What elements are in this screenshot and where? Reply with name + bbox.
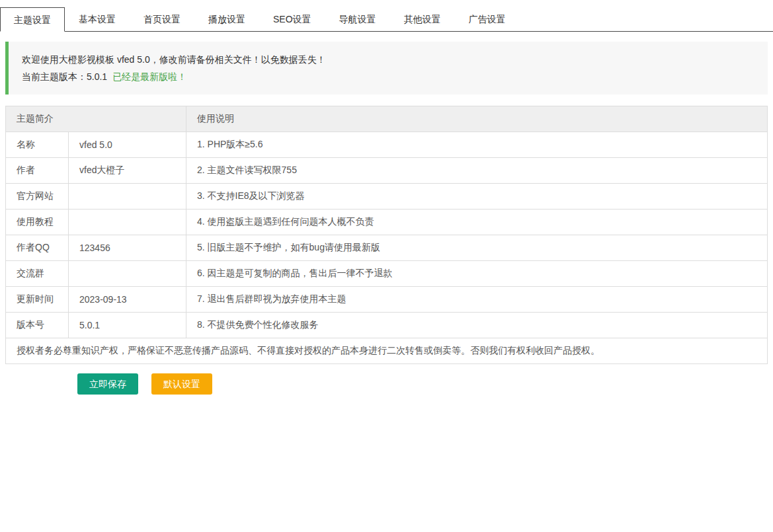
row-value: 2023-09-13 <box>69 287 186 313</box>
table-row: 使用教程 4. 使用盗版主题遇到任何问题本人概不负责 <box>6 209 768 235</box>
row-value: vfed大橙子 <box>69 158 186 184</box>
tab-nav-settings[interactable]: 导航设置 <box>325 7 390 31</box>
table-row: 交流群 6. 因主题是可复制的商品，售出后一律不予退款 <box>6 261 768 287</box>
tab-ad-settings[interactable]: 广告设置 <box>455 7 520 31</box>
notice-box: 欢迎使用大橙影视模板 vfed 5.0，修改前请备份相关文件！以免数据丢失！ 当… <box>5 42 768 95</box>
tab-theme-settings[interactable]: 主题设置 <box>0 7 65 32</box>
tab-home-settings[interactable]: 首页设置 <box>130 7 194 31</box>
license-note: 授权者务必尊重知识产权，严格保证不恶意传播产品源码、不得直接对授权的产品本身进行… <box>6 338 768 364</box>
row-instruction: 2. 主题文件读写权限755 <box>186 158 768 184</box>
row-label: 更新时间 <box>6 287 69 313</box>
table-row: 官方网站 3. 不支持IE8及以下浏览器 <box>6 184 768 209</box>
version-value: 5.0.1 <box>87 71 107 82</box>
row-label: 作者 <box>6 158 69 184</box>
row-instruction: 6. 因主题是可复制的商品，售出后一律不予退款 <box>186 261 768 287</box>
row-value <box>69 261 186 287</box>
table-footer-row: 授权者务必尊重知识产权，严格保证不恶意传播产品源码、不得直接对授权的产品本身进行… <box>6 338 768 364</box>
row-label: 交流群 <box>6 261 69 287</box>
tab-other-settings[interactable]: 其他设置 <box>390 7 455 31</box>
row-instruction: 3. 不支持IE8及以下浏览器 <box>186 184 768 209</box>
version-label: 当前主题版本： <box>22 71 87 82</box>
row-instruction: 8. 不提供免费个性化修改服务 <box>186 313 768 338</box>
settings-panel: 欢迎使用大橙影视模板 vfed 5.0，修改前请备份相关文件！以免数据丢失！ 当… <box>5 42 768 395</box>
table-row: 作者 vfed大橙子 2. 主题文件读写权限755 <box>6 158 768 184</box>
row-label: 名称 <box>6 132 69 158</box>
table-header-intro: 主题简介 <box>6 106 186 132</box>
default-settings-button[interactable]: 默认设置 <box>151 373 212 395</box>
tab-player-settings[interactable]: 播放设置 <box>194 7 259 31</box>
table-row: 更新时间 2023-09-13 7. 退出售后群即视为放弃使用本主题 <box>6 287 768 313</box>
table-header-usage: 使用说明 <box>186 106 768 132</box>
row-label: 版本号 <box>6 313 69 338</box>
action-buttons: 立即保存 默认设置 <box>77 373 768 395</box>
tab-seo-settings[interactable]: SEO设置 <box>259 7 325 31</box>
tab-bar: 主题设置基本设置首页设置播放设置SEO设置导航设置其他设置广告设置 <box>0 0 773 32</box>
row-value <box>69 209 186 235</box>
table-row: 名称 vfed 5.0 1. PHP版本≥5.6 <box>6 132 768 158</box>
save-button[interactable]: 立即保存 <box>77 373 138 395</box>
row-instruction: 7. 退出售后群即视为放弃使用本主题 <box>186 287 768 313</box>
info-table-body: 名称 vfed 5.0 1. PHP版本≥5.6 作者 vfed大橙子 2. 主… <box>6 132 768 338</box>
notice-line1: 欢迎使用大橙影视模板 vfed 5.0，修改前请备份相关文件！以免数据丢失！ <box>22 51 754 68</box>
theme-info-table: 主题简介 使用说明 名称 vfed 5.0 1. PHP版本≥5.6 作者 vf… <box>5 106 768 364</box>
table-row: 版本号 5.0.1 8. 不提供免费个性化修改服务 <box>6 313 768 338</box>
row-value: 5.0.1 <box>69 313 186 338</box>
row-value: 123456 <box>69 235 186 261</box>
row-label: 作者QQ <box>6 235 69 261</box>
row-instruction: 1. PHP版本≥5.6 <box>186 132 768 158</box>
row-instruction: 5. 旧版主题不予维护，如有bug请使用最新版 <box>186 235 768 261</box>
table-header-row: 主题简介 使用说明 <box>6 106 768 132</box>
row-value: vfed 5.0 <box>69 132 186 158</box>
row-instruction: 4. 使用盗版主题遇到任何问题本人概不负责 <box>186 209 768 235</box>
row-label: 官方网站 <box>6 184 69 209</box>
notice-line2: 当前主题版本：5.0.1已经是最新版啦！ <box>22 68 754 85</box>
tab-basic-settings[interactable]: 基本设置 <box>65 7 130 31</box>
latest-version-status: 已经是最新版啦！ <box>112 71 186 82</box>
row-value <box>69 184 186 209</box>
table-row: 作者QQ 123456 5. 旧版主题不予维护，如有bug请使用最新版 <box>6 235 768 261</box>
row-label: 使用教程 <box>6 209 69 235</box>
